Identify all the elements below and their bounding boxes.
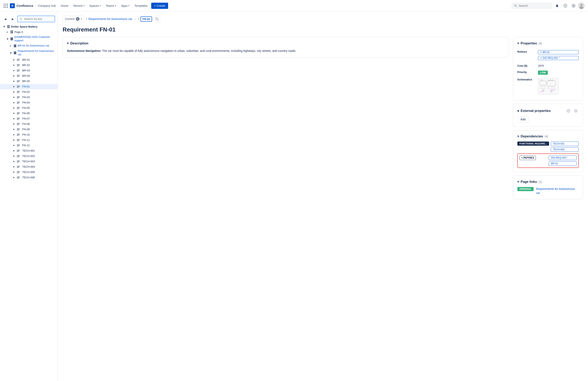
fn-02-dot bbox=[13, 91, 14, 93]
sidebar-item-br01-car[interactable]: ▶ BR-01 for Autonomous car bbox=[0, 43, 58, 49]
sidebar-item-fn-04[interactable]: FN-04 bbox=[0, 100, 58, 105]
search-bar[interactable] bbox=[511, 2, 553, 9]
sidebar-item-fn-07[interactable]: FN-07 bbox=[0, 116, 58, 121]
recent-link[interactable]: Recent ▾ bbox=[71, 3, 86, 9]
tech-003-label: TECH-003 bbox=[22, 160, 35, 163]
sidebar-search-input[interactable] bbox=[24, 17, 53, 20]
sidebar-back-button[interactable]: ◀ bbox=[2, 16, 8, 22]
sidebar-item-fn-02[interactable]: FN-02 bbox=[0, 89, 58, 95]
homepage-sos-toggle[interactable]: ▾ bbox=[6, 37, 9, 40]
company-hub-link[interactable]: Company hub bbox=[36, 3, 58, 9]
tech-006-label: TECH-006 bbox=[22, 176, 35, 179]
page-a-toggle[interactable]: ▶ bbox=[6, 30, 9, 34]
spaces-link[interactable]: Spaces ▾ bbox=[87, 3, 103, 9]
description-chevron-icon[interactable]: ▾ bbox=[67, 41, 69, 45]
templates-link[interactable]: Templates bbox=[132, 3, 149, 9]
page-links-chevron-icon[interactable]: ▾ bbox=[517, 180, 519, 184]
fn-05-dot bbox=[13, 107, 14, 109]
fn-01-label: FN-01 bbox=[22, 85, 30, 88]
page-link-text[interactable]: Requirements for Autonomous car bbox=[536, 187, 579, 195]
current-version-selector[interactable]: Current ✕ ▾ bbox=[63, 16, 84, 22]
sidebar-item-tech-006[interactable]: TECH-006 bbox=[0, 175, 58, 180]
br-03-label: BR-03 bbox=[22, 69, 30, 72]
schematics-thumbnail[interactable]: Full View Cylinder Block bbox=[538, 78, 559, 95]
sidebar-collapse-button[interactable]: ▶ bbox=[10, 16, 16, 22]
search-input[interactable] bbox=[519, 4, 550, 7]
sidebar-item-fn-11[interactable]: FN-11 bbox=[0, 137, 58, 143]
fn-03-label: FN-03 bbox=[22, 96, 30, 99]
ext-props-help-button[interactable]: ? bbox=[566, 108, 571, 114]
teams-link[interactable]: Teams ▾ bbox=[104, 3, 118, 9]
svg-text:Cylinder Block: Cylinder Block bbox=[548, 80, 554, 81]
sidebar-item-driller[interactable]: ▾ Driller Space Battery bbox=[0, 24, 58, 29]
refines-br01-tag[interactable]: ↗ BR-01 bbox=[538, 50, 579, 54]
confluence-logo[interactable]: ✕ Confluence bbox=[3, 3, 33, 8]
sidebar-item-br-04[interactable]: BR-04 bbox=[0, 73, 58, 78]
cost-label: Cost ($) bbox=[517, 62, 538, 69]
sidebar-search[interactable] bbox=[17, 16, 55, 22]
sidebar-item-homepage-sos[interactable]: ▾ [HOMEPAGE] SOS Customer support bbox=[0, 35, 58, 43]
panels-layout: ▾ Description Autonomous Navigation: The… bbox=[63, 37, 583, 199]
clear-version-button[interactable]: ✕ bbox=[76, 17, 80, 21]
sidebar-item-tech-002[interactable]: TECH-002 bbox=[0, 153, 58, 159]
svg-rect-1 bbox=[5, 4, 6, 4]
properties-chevron-icon[interactable]: ▾ bbox=[517, 41, 519, 45]
br01-car-toggle[interactable]: ▶ bbox=[9, 44, 12, 48]
ext-props-settings-button[interactable] bbox=[573, 108, 579, 114]
svg-rect-0 bbox=[4, 4, 4, 4]
page-a-doc-icon bbox=[10, 30, 14, 34]
br-04-list-icon bbox=[17, 74, 21, 78]
parent-page-link[interactable]: Requirements for Autonomous car bbox=[88, 17, 132, 20]
notifications-button[interactable] bbox=[553, 2, 561, 9]
sidebar-item-fn-08[interactable]: FN-08 bbox=[0, 121, 58, 127]
fn-10-dot bbox=[13, 134, 14, 135]
sidebar-item-tech-003[interactable]: TECH-003 bbox=[0, 159, 58, 164]
sidebar-item-fn-12[interactable]: FN-12 bbox=[0, 143, 58, 148]
sidebar-item-tech-005[interactable]: TECH-005 bbox=[0, 170, 58, 175]
copy-link-button[interactable] bbox=[154, 16, 160, 22]
sidebar-item-fn-06[interactable]: FN-06 bbox=[0, 111, 58, 116]
br-03-list-icon bbox=[17, 69, 21, 72]
sidebar-item-br-02[interactable]: BR-02 bbox=[0, 62, 58, 68]
sidebar-item-fn-01[interactable]: FN-01 bbox=[0, 84, 58, 89]
apps-link[interactable]: Apps ▾ bbox=[119, 3, 132, 9]
cost-value: 2870 bbox=[538, 62, 579, 69]
sidebar-item-br-03[interactable]: BR-03 bbox=[0, 68, 58, 73]
user-avatar[interactable] bbox=[578, 2, 585, 9]
deps-chevron-icon[interactable]: ▾ bbox=[517, 134, 519, 138]
ext-props-chevron-icon[interactable]: ▾ bbox=[517, 109, 519, 113]
req-autonomous-toggle[interactable]: ▾ bbox=[9, 51, 12, 55]
sidebar-item-tech-004[interactable]: TECH-004 bbox=[0, 164, 58, 170]
teams-chevron-icon: ▾ bbox=[115, 4, 116, 7]
home-link[interactable]: Home bbox=[59, 3, 70, 9]
sidebar-item-fn-10[interactable]: FN-10 bbox=[0, 132, 58, 137]
help-button[interactable]: ? bbox=[562, 2, 569, 9]
create-button[interactable]: + Create bbox=[151, 3, 168, 9]
add-external-property-button[interactable]: Add bbox=[517, 116, 529, 122]
sidebar-item-br-01[interactable]: BR-01 bbox=[0, 57, 58, 62]
driller-toggle-icon[interactable]: ▾ bbox=[2, 25, 6, 28]
fn-04-list-icon bbox=[17, 101, 21, 105]
breadcrumb-more-icon[interactable]: ··· bbox=[134, 17, 136, 20]
sidebar-item-fn-03[interactable]: FN-03 bbox=[0, 95, 58, 100]
sidebar-item-page-a[interactable]: ▶ Page A bbox=[0, 29, 58, 35]
fn-08-dot bbox=[13, 123, 14, 125]
schematics-label: Schematics bbox=[517, 76, 538, 96]
settings-button[interactable] bbox=[570, 2, 577, 9]
description-text: The car must be capable of fully autonom… bbox=[101, 49, 296, 53]
dis-req-001-badge[interactable]: DIS-REQ-001* bbox=[549, 155, 577, 160]
sidebar-item-fn-05[interactable]: FN-05 bbox=[0, 105, 58, 111]
sidebar-item-fn-09[interactable]: FN-09 bbox=[0, 127, 58, 132]
br-01-dep-badge[interactable]: BR-01 bbox=[549, 161, 577, 166]
schematics-value: Full View Cylinder Block bbox=[538, 76, 579, 96]
tech-001-badge[interactable]: TECH-001 bbox=[551, 142, 579, 146]
main-panel: ▾ Description Autonomous Navigation: The… bbox=[63, 37, 509, 199]
sidebar-item-tech-001[interactable]: TECH-001 bbox=[0, 148, 58, 153]
refines-dis-req-tag[interactable]: ↗ DIS-REQ-001 * bbox=[538, 56, 579, 60]
current-page-tag[interactable]: FN-01 bbox=[141, 17, 152, 22]
svg-text:?: ? bbox=[568, 110, 569, 112]
tech-005-list-icon bbox=[17, 170, 21, 174]
sidebar-item-req-autonomous[interactable]: ▾ Requirements for Autonomous car bbox=[0, 49, 58, 57]
tech-002-badge[interactable]: TECH-002 bbox=[551, 147, 579, 152]
sidebar-item-br-05[interactable]: BR-05 bbox=[0, 78, 58, 84]
